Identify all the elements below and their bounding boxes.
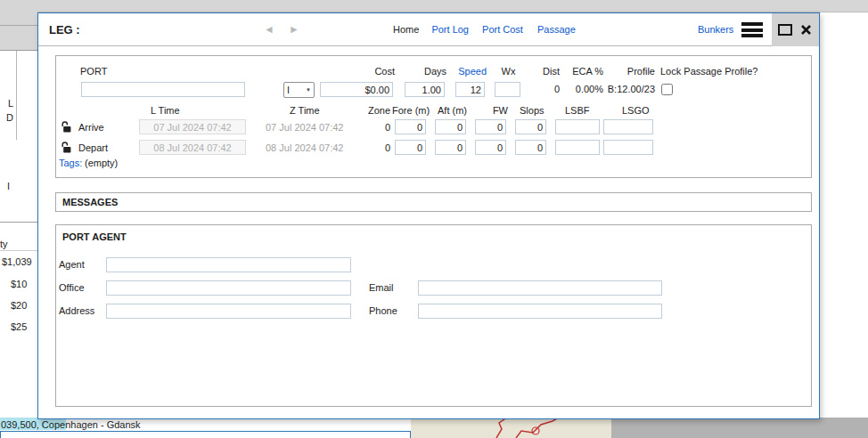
zone-header: Zone xyxy=(366,105,390,116)
port-agent-section: PORT AGENT Agent Office Email Address Ph… xyxy=(55,224,812,407)
bg-bottom-panel xyxy=(0,431,411,438)
back-icon[interactable]: ◄ xyxy=(264,13,274,46)
port-section: PORT Cost Days Speed Wx Dist ECA % Profi… xyxy=(55,55,812,178)
lock-passage-label: Lock Passage Profile? xyxy=(660,66,757,77)
leg-dialog: LEG : ◄ ► Home Port Log Port Cost Passag… xyxy=(37,12,820,419)
arrive-slops-input[interactable] xyxy=(515,119,546,134)
nav-port-log-link[interactable]: Port Log xyxy=(431,13,469,46)
bg-divider xyxy=(16,51,17,140)
depart-zone-value: 0 xyxy=(366,140,390,156)
bg-divider xyxy=(0,250,37,251)
port-type-value: I xyxy=(287,85,290,95)
email-label: Email xyxy=(369,280,394,296)
lsgo-header: LSGO xyxy=(622,105,650,116)
background-panel-corner xyxy=(0,0,37,51)
aft-header: Aft (m) xyxy=(438,105,467,116)
arrive-ltime-input[interactable] xyxy=(139,119,246,134)
dialog-title: LEG : xyxy=(49,13,80,46)
bg-status-text: 039,500, Copenhagen - Gdansk xyxy=(1,419,141,430)
agent-label: Agent xyxy=(59,257,85,272)
menu-icon[interactable] xyxy=(741,22,763,37)
dialog-nav: Home Port Log Port Cost Passage xyxy=(393,13,576,46)
arrive-lsbf-input[interactable] xyxy=(555,119,600,134)
depart-slops-input[interactable] xyxy=(515,140,546,155)
office-label: Office xyxy=(59,280,85,296)
window-controls xyxy=(772,13,819,46)
wx-label: Wx xyxy=(495,66,522,77)
tags-value: (empty) xyxy=(85,158,118,168)
close-button[interactable] xyxy=(799,23,813,36)
email-input[interactable] xyxy=(418,280,662,296)
bg-column-header: ty xyxy=(0,239,8,249)
speed-input[interactable] xyxy=(455,82,485,97)
nav-port-cost-link[interactable]: Port Cost xyxy=(482,13,523,46)
fore-header: Fore (m) xyxy=(392,105,430,116)
messages-section: MESSAGES xyxy=(55,192,812,212)
depart-ztime-value: 08 Jul 2024 07:42 xyxy=(266,140,343,156)
dialog-header: LEG : ◄ ► Home Port Log Port Cost Passag… xyxy=(38,13,819,46)
profile-label: Profile xyxy=(603,66,655,77)
depart-label: Depart xyxy=(78,140,108,156)
dist-value: 0 xyxy=(532,82,560,97)
depart-lsgo-input[interactable] xyxy=(603,140,653,155)
depart-ltime-input[interactable] xyxy=(139,140,246,155)
phone-label: Phone xyxy=(369,304,397,319)
arrive-fore-input[interactable] xyxy=(395,119,426,134)
z-time-header: Z Time xyxy=(290,105,320,116)
wx-input[interactable] xyxy=(495,82,520,97)
speed-label[interactable]: Speed xyxy=(454,66,487,77)
arrive-lsgo-input[interactable] xyxy=(603,119,653,134)
tags-link[interactable]: Tags: xyxy=(59,158,82,168)
depart-lock-icon[interactable] xyxy=(61,142,72,154)
depart-fw-input[interactable] xyxy=(475,140,506,155)
messages-title: MESSAGES xyxy=(62,193,118,211)
eca-value: 0.00% xyxy=(561,82,603,97)
office-input[interactable] xyxy=(106,280,351,296)
forward-icon[interactable]: ► xyxy=(289,13,299,46)
depart-fore-input[interactable] xyxy=(395,140,426,155)
nav-home-link[interactable]: Home xyxy=(393,13,419,46)
bg-cell-value: $20 xyxy=(11,300,27,311)
dist-label: Dist xyxy=(532,66,560,77)
cost-label: Cost xyxy=(320,66,395,77)
agent-input[interactable] xyxy=(106,257,351,272)
cost-input[interactable] xyxy=(320,82,393,97)
depart-aft-input[interactable] xyxy=(435,140,466,155)
arrive-ztime-value: 07 Jul 2024 07:42 xyxy=(266,119,343,135)
bg-divider xyxy=(0,25,37,26)
bg-divider xyxy=(0,222,37,223)
arrive-fw-input[interactable] xyxy=(475,119,506,134)
bg-cell-value: $25 xyxy=(11,321,27,332)
window-top-strip xyxy=(0,0,868,12)
nav-passage-link[interactable]: Passage xyxy=(537,13,576,46)
map xyxy=(411,418,868,438)
bg-row-label: D xyxy=(6,112,13,123)
arrive-lock-icon[interactable] xyxy=(61,121,72,134)
port-agent-title: PORT AGENT xyxy=(62,231,127,242)
bg-cell-value: $10 xyxy=(11,279,27,289)
phone-input[interactable] xyxy=(418,304,662,319)
slops-header: Slops xyxy=(520,105,545,116)
days-label: Days xyxy=(405,66,446,77)
profile-value: B:12.00/23 xyxy=(602,82,655,97)
eca-label: ECA % xyxy=(561,66,603,77)
port-type-select[interactable]: I ▼ xyxy=(283,82,315,98)
maximize-button[interactable] xyxy=(778,24,792,36)
l-time-header: L Time xyxy=(151,105,180,116)
dropdown-arrow-icon: ▼ xyxy=(306,87,311,93)
depart-lsbf-input[interactable] xyxy=(555,140,600,155)
lsbf-header: LSBF xyxy=(565,105,590,116)
arrive-label: Arrive xyxy=(78,119,104,135)
days-input[interactable] xyxy=(405,82,445,97)
arrive-aft-input[interactable] xyxy=(435,119,466,134)
bg-row-label: L xyxy=(8,98,13,109)
screen: { "colors": { "link_blue": "#0a58ca", "m… xyxy=(0,0,868,438)
bg-row-label: I xyxy=(7,181,10,191)
address-label: Address xyxy=(59,304,94,319)
address-input[interactable] xyxy=(106,304,351,319)
bunkers-link[interactable]: Bunkers xyxy=(698,13,733,46)
lock-passage-checkbox[interactable] xyxy=(661,84,673,95)
port-label: PORT xyxy=(80,66,107,77)
port-input[interactable] xyxy=(81,82,245,97)
bg-cell-value: $1,039 xyxy=(2,256,32,267)
